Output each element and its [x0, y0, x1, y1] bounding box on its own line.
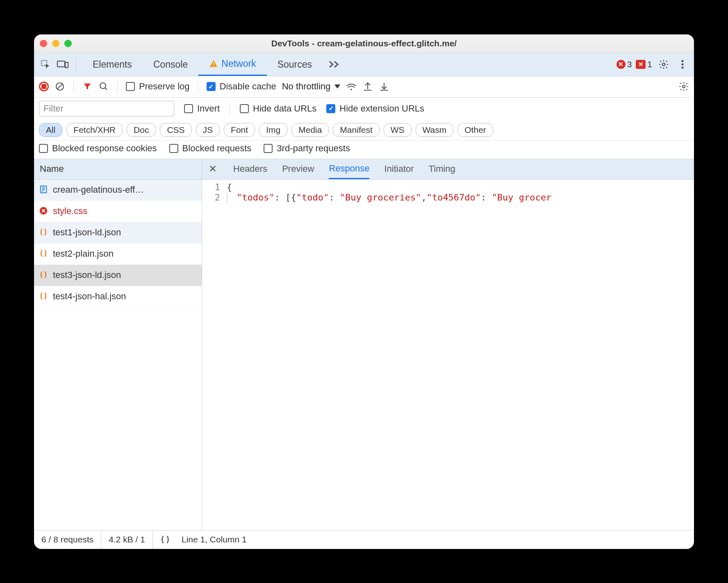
inspect-element-icon[interactable]	[38, 57, 53, 72]
pill-fetch-xhr[interactable]: Fetch/XHR	[66, 123, 123, 137]
zoom-window-button[interactable]	[64, 40, 72, 47]
status-requests: 6 / 8 requests	[34, 531, 101, 549]
tab-console[interactable]: Console	[143, 53, 198, 76]
status-bar: 6 / 8 requests 4.2 kB / 1 Line 1, Column…	[34, 530, 694, 549]
network-toolbar: Preserve log Disable cache No throttling	[34, 76, 694, 98]
minimize-window-button[interactable]	[52, 40, 59, 47]
filter-toggle-icon[interactable]	[82, 81, 93, 92]
issues-badge[interactable]: ✕ 1	[636, 59, 652, 69]
svg-rect-3	[213, 62, 214, 65]
svg-rect-1	[57, 61, 65, 67]
request-list: cream-gelatinous-eff…style.csstest1-json…	[34, 180, 202, 530]
export-har-icon[interactable]	[379, 81, 389, 92]
request-detail-panel: ✕ Headers Preview Response Initiator Tim…	[202, 159, 694, 530]
network-conditions-icon[interactable]	[346, 81, 357, 92]
request-name: test2-plain.json	[53, 248, 114, 259]
main-split: Name cream-gelatinous-eff…style.csstest1…	[34, 159, 694, 530]
svg-point-5	[662, 63, 665, 66]
request-name: cream-gelatinous-eff…	[53, 184, 144, 195]
panel-tabs: Elements Console Network Sources	[82, 53, 341, 76]
hide-data-urls-checkbox[interactable]: Hide data URLs	[240, 103, 316, 114]
throttling-select[interactable]: No throttling	[282, 81, 341, 92]
detail-tab-headers[interactable]: Headers	[233, 159, 267, 178]
json-icon	[39, 228, 49, 237]
window-title: DevTools - cream-gelatinous-effect.glitc…	[34, 39, 694, 48]
line-number: 1	[202, 182, 227, 192]
error-icon	[39, 206, 49, 216]
titlebar: DevTools - cream-gelatinous-effect.glitc…	[34, 34, 694, 53]
request-name: test1-json-ld.json	[53, 227, 121, 238]
pill-all[interactable]: All	[39, 123, 62, 137]
detail-tab-initiator[interactable]: Initiator	[384, 159, 414, 178]
json-icon	[39, 249, 49, 259]
pill-ws[interactable]: WS	[384, 123, 412, 137]
settings-icon[interactable]	[656, 57, 671, 72]
kebab-menu-icon[interactable]	[675, 57, 690, 72]
svg-point-8	[682, 67, 684, 69]
detail-tab-preview[interactable]: Preview	[282, 159, 314, 178]
request-row[interactable]: test3-json-ld.json	[34, 265, 202, 286]
json-icon	[39, 270, 49, 280]
svg-point-13	[350, 89, 352, 91]
more-tabs-icon[interactable]	[327, 57, 341, 72]
pill-other[interactable]: Other	[457, 123, 493, 137]
response-code[interactable]: 1 { 2 "todos": [{"todo": "Buy groceries"…	[202, 180, 694, 530]
request-row[interactable]: test1-json-ld.json	[34, 222, 202, 244]
filter-input[interactable]	[39, 101, 174, 116]
svg-point-11	[100, 83, 106, 89]
detail-tab-timing[interactable]: Timing	[429, 159, 455, 178]
request-row[interactable]: cream-gelatinous-eff…	[34, 180, 202, 201]
pill-media[interactable]: Media	[291, 123, 329, 137]
tab-elements[interactable]: Elements	[82, 53, 143, 76]
status-transfer: 4.2 kB / 1	[101, 531, 153, 549]
tab-sources[interactable]: Sources	[267, 53, 323, 76]
json-icon	[39, 292, 49, 301]
detail-tab-response[interactable]: Response	[329, 159, 369, 179]
request-row[interactable]: style.css	[34, 201, 202, 222]
import-har-icon[interactable]	[362, 81, 373, 92]
svg-point-14	[682, 85, 685, 88]
pill-doc[interactable]: Doc	[127, 123, 156, 137]
blocked-requests-checkbox[interactable]: Blocked requests	[169, 143, 252, 154]
preserve-log-checkbox[interactable]: Preserve log	[126, 81, 190, 92]
search-icon[interactable]	[98, 81, 109, 92]
request-name: test3-json-ld.json	[53, 270, 121, 280]
network-settings-icon[interactable]	[678, 81, 689, 92]
devtools-window: DevTools - cream-gelatinous-effect.glitc…	[34, 34, 694, 549]
svg-rect-2	[65, 62, 68, 68]
pill-manifest[interactable]: Manifest	[333, 123, 379, 137]
request-list-header[interactable]: Name	[34, 159, 202, 180]
pretty-print-icon[interactable]	[153, 531, 174, 549]
close-detail-icon[interactable]: ✕	[207, 163, 218, 175]
pill-font[interactable]: Font	[224, 123, 255, 137]
line-number: 2	[202, 192, 227, 203]
request-row[interactable]: test4-json-hal.json	[34, 286, 202, 307]
filter-row-2: Blocked response cookies Blocked request…	[34, 141, 694, 159]
pill-css[interactable]: CSS	[160, 123, 191, 137]
request-name: style.css	[53, 206, 87, 216]
issue-icon: ✕	[636, 60, 646, 69]
device-toolbar-icon[interactable]	[55, 57, 70, 72]
pill-wasm[interactable]: Wasm	[416, 123, 454, 137]
third-party-checkbox[interactable]: 3rd-party requests	[264, 143, 350, 154]
svg-line-10	[57, 84, 63, 89]
hide-extension-urls-checkbox[interactable]: Hide extension URLs	[326, 103, 424, 114]
request-name: test4-json-hal.json	[53, 291, 126, 302]
pill-img[interactable]: Img	[259, 123, 287, 137]
warning-icon	[209, 59, 218, 68]
record-button[interactable]	[39, 82, 49, 91]
pill-js[interactable]: JS	[196, 123, 220, 137]
svg-point-7	[682, 64, 684, 66]
resource-type-pills: All Fetch/XHR Doc CSS JS Font Img Media …	[39, 123, 689, 137]
blocked-cookies-checkbox[interactable]: Blocked response cookies	[39, 143, 157, 154]
error-icon: ✕	[617, 60, 626, 69]
errors-badge[interactable]: ✕ 3	[617, 59, 632, 69]
invert-checkbox[interactable]: Invert	[184, 103, 220, 114]
clear-icon[interactable]	[55, 81, 65, 92]
tab-network[interactable]: Network	[198, 53, 266, 76]
panel-tabs-bar: Elements Console Network Sources ✕ 3 ✕ 1	[34, 53, 694, 76]
request-row[interactable]: test2-plain.json	[34, 244, 202, 265]
close-window-button[interactable]	[40, 40, 47, 47]
status-cursor: Line 1, Column 1	[174, 531, 254, 549]
disable-cache-checkbox[interactable]: Disable cache	[207, 81, 276, 92]
